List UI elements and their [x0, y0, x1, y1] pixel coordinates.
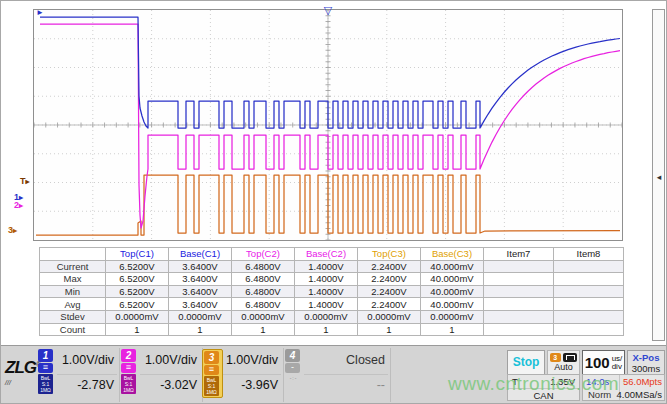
channel-sub-label: -:-: [285, 375, 302, 381]
trigger-source-badge: 3: [550, 353, 561, 362]
side-panel-handle[interactable]: ◂: [652, 9, 665, 341]
table-cell: 3.6400V: [169, 298, 232, 311]
row-label-cell: Stdev: [40, 310, 106, 323]
trace-c2: [40, 24, 620, 228]
table-cell: 1.4000V: [295, 260, 358, 273]
xpos-label: X-Pos: [628, 352, 664, 363]
table-cell: 1.4000V: [295, 285, 358, 298]
channel-badges-2[interactable]: 2≡BwLS:11MΩ: [121, 349, 138, 394]
record-points: 56.0Mpts: [623, 376, 662, 387]
table-cell: 3.6400V: [169, 285, 232, 298]
channel-scale: 1.00V/div: [145, 353, 197, 367]
panel-collapse-icon[interactable]: ◂: [654, 172, 664, 182]
table-cell: 2.2400V: [358, 260, 421, 273]
table-cell: [484, 298, 554, 311]
table-cell: [554, 260, 624, 273]
trigger-position-icon[interactable]: ▽: [321, 5, 335, 17]
table-row: Current6.5200V3.6400V6.4800V1.4000V2.240…: [40, 260, 624, 273]
trigger-edge-icon: [563, 353, 577, 362]
coupling-icon: ≡: [204, 365, 219, 375]
channel-offset: --: [377, 378, 385, 392]
table-cell: 3.6400V: [169, 260, 232, 273]
table-cell: 3.6400V: [169, 273, 232, 286]
channel-marker-t[interactable]: T▸: [20, 177, 30, 186]
channel-number-badge: 4: [285, 349, 300, 362]
table-cell: 2.2400V: [358, 298, 421, 311]
table-header-cell[interactable]: Base(C1): [169, 248, 232, 261]
channel-probe-label: BwLS:11MΩ: [204, 376, 219, 396]
table-header-cell[interactable]: Base(C3): [421, 248, 484, 261]
table-cell: 0.0000mV: [358, 310, 421, 323]
table-cell: [554, 323, 624, 336]
channel-offset: -3.96V: [241, 378, 278, 392]
zlg-logo: ZLG® ///: [5, 358, 37, 386]
channel-badges-4[interactable]: 4--:-: [285, 349, 302, 381]
channel-block-3[interactable]: 3≡BwLS:11MΩ1.00V/div-3.96V: [203, 348, 284, 402]
channel-scale: Closed: [346, 353, 385, 367]
site-watermark: www.cntronics.com: [448, 373, 619, 395]
waveform-plot-area[interactable]: [33, 9, 623, 241]
table-cell: 1.4000V: [295, 273, 358, 286]
sample-rate: 4.00MSa/s: [617, 389, 662, 400]
channel-number-badge: 2: [121, 349, 136, 362]
table-cell: [554, 298, 624, 311]
channel-badges-3[interactable]: 3≡BwLS:11MΩ: [202, 349, 223, 398]
marker-arrow-icon: ▸: [19, 201, 23, 210]
xpos-value: 300ms: [628, 363, 664, 374]
table-cell: 1: [295, 323, 358, 336]
run-stop-indicator[interactable]: Stop: [507, 350, 545, 375]
table-cell: [554, 273, 624, 286]
table-row: Count111111: [40, 323, 624, 336]
table-header-cell[interactable]: Top(C2): [232, 248, 295, 261]
measurement-table: Top(C1)Base(C1)Top(C2)Base(C2)Top(C3)Bas…: [39, 247, 624, 336]
channel-number-badge: 1: [38, 349, 53, 362]
table-header-cell[interactable]: Base(C2): [295, 248, 358, 261]
coupling-icon: ≡: [121, 363, 136, 373]
coupling-icon: -: [285, 363, 300, 373]
table-corner-cell: [40, 248, 106, 261]
trigger-settings-box[interactable]: 3 Auto: [547, 350, 580, 375]
table-row: Avg6.5200V3.6400V6.4800V1.4000V2.2400V40…: [40, 298, 624, 311]
horizontal-position-box[interactable]: X-Pos 300ms: [627, 350, 665, 375]
channel-badges-1[interactable]: 1≡BwLS:11MΩ: [38, 349, 55, 394]
table-cell: 1: [106, 323, 169, 336]
table-cell: 1: [421, 323, 484, 336]
channel-offset: -3.02V: [160, 378, 197, 392]
table-cell: 1: [232, 323, 295, 336]
row-label-cell: Max: [40, 273, 106, 286]
channel-probe-label: BwLS:11MΩ: [38, 374, 53, 394]
table-cell: 6.4800V: [232, 285, 295, 298]
waveform-display[interactable]: [34, 10, 622, 240]
table-cell: [484, 273, 554, 286]
trigger-mode-label: Auto: [548, 362, 579, 372]
table-cell: 2.2400V: [358, 273, 421, 286]
coupling-icon: ≡: [38, 363, 53, 373]
table-cell: 6.4800V: [232, 298, 295, 311]
table-header-cell[interactable]: Item8: [554, 248, 624, 261]
table-cell: [554, 310, 624, 323]
channel-marker-2[interactable]: 2▸: [14, 201, 23, 210]
table-header-cell[interactable]: Item7: [484, 248, 554, 261]
table-cell: 6.4800V: [232, 273, 295, 286]
table-cell: 6.5200V: [106, 260, 169, 273]
channel-scale: 1.00V/div: [226, 353, 278, 367]
table-header-cell[interactable]: Top(C3): [358, 248, 421, 261]
channel-block-1[interactable]: 1≡BwLS:11MΩ1.00V/div-2.78V: [37, 348, 120, 402]
channel-block-4[interactable]: 4--:-Closed--: [284, 348, 391, 402]
oscilloscope-screen: ▽ ► T▸1▸2▸3▸ ◂ Top(C1)Base(C1)Top(C2)Bas…: [0, 0, 667, 404]
table-cell: 1: [358, 323, 421, 336]
trace-start-flag-icon: ►: [36, 9, 44, 17]
timebase-box[interactable]: 100us/div: [582, 350, 625, 375]
row-label-cell: Avg: [40, 298, 106, 311]
channel-marker-3[interactable]: 3▸: [8, 226, 17, 235]
channel-number-badge: 3: [204, 351, 219, 364]
timebase-value: 100: [585, 354, 610, 371]
channel-block-2[interactable]: 2≡BwLS:11MΩ1.00V/div-3.02V: [120, 348, 203, 402]
table-cell: [484, 323, 554, 336]
table-header-cell[interactable]: Top(C1): [106, 248, 169, 261]
table-cell: 0.0000mV: [295, 310, 358, 323]
row-label-cell: Min: [40, 285, 106, 298]
timebase-unit-bottom: div: [612, 362, 622, 371]
table-cell: 40.000mV: [421, 285, 484, 298]
table-row: Max6.5200V3.6400V6.4800V1.4000V2.2400V40…: [40, 273, 624, 286]
